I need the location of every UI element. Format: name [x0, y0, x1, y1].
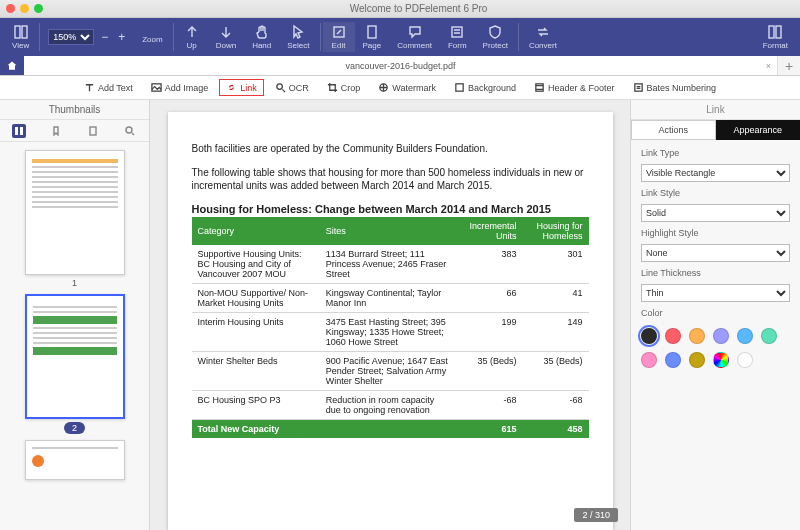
link-type-select[interactable]: Visible Rectangle: [641, 164, 790, 182]
header-footer-label: Header & Footer: [548, 83, 615, 93]
select-button[interactable]: Select: [279, 22, 317, 52]
page-icon: [364, 24, 380, 40]
window-minimize[interactable]: [20, 4, 29, 13]
bates-button[interactable]: Bates Numbering: [626, 79, 724, 96]
thumbnails-tab-search[interactable]: [123, 124, 137, 138]
zoom-in[interactable]: +: [115, 30, 128, 44]
zoom-out[interactable]: −: [98, 30, 111, 44]
crop-button[interactable]: Crop: [320, 79, 368, 96]
page-button[interactable]: Page: [355, 22, 390, 52]
color-swatch[interactable]: [641, 328, 657, 344]
watermark-icon: [378, 82, 389, 93]
color-swatch[interactable]: [713, 328, 729, 344]
form-button[interactable]: Form: [440, 22, 475, 52]
bates-label: Bates Numbering: [647, 83, 717, 93]
svg-rect-10: [456, 84, 463, 91]
color-swatch[interactable]: [665, 328, 681, 344]
comment-button[interactable]: Comment: [389, 22, 440, 52]
color-swatch[interactable]: [737, 328, 753, 344]
color-label: Color: [641, 308, 790, 318]
page-indicator: 2 / 310: [574, 508, 618, 522]
table-title: Housing for Homeless: Change between Mar…: [192, 203, 589, 215]
protect-button[interactable]: Protect: [475, 22, 516, 52]
color-swatch[interactable]: [665, 352, 681, 368]
table-row: Non-MOU Supportive/ Non-Market Housing U…: [192, 283, 589, 312]
thumbnails-tab-attachments[interactable]: [86, 124, 100, 138]
color-swatch[interactable]: [713, 352, 729, 368]
watermark-button[interactable]: Watermark: [371, 79, 443, 96]
thickness-select[interactable]: Thin: [641, 284, 790, 302]
thumbnail-list[interactable]: 1 2: [0, 142, 149, 530]
format-button[interactable]: Format: [755, 22, 796, 52]
down-button[interactable]: Down: [208, 22, 244, 52]
image-icon: [151, 82, 162, 93]
th-incremental: Incremental Units: [457, 217, 523, 245]
link-style-select[interactable]: Solid: [641, 204, 790, 222]
thumbnail-1[interactable]: 1: [25, 150, 125, 288]
highlight-select[interactable]: None: [641, 244, 790, 262]
svg-rect-0: [15, 26, 20, 38]
color-swatch[interactable]: [761, 328, 777, 344]
link-icon: [226, 82, 237, 93]
thumbnails-tab-bookmarks[interactable]: [49, 124, 63, 138]
form-label: Form: [448, 41, 467, 50]
window-maximize[interactable]: [34, 4, 43, 13]
hand-label: Hand: [252, 41, 271, 50]
convert-button[interactable]: Convert: [521, 22, 565, 52]
select-icon: [290, 24, 306, 40]
arrow-up-icon: [184, 24, 200, 40]
window-close[interactable]: [6, 4, 15, 13]
tab-close[interactable]: ×: [766, 61, 771, 71]
zoom-select[interactable]: 150%: [48, 29, 94, 45]
hand-icon: [254, 24, 270, 40]
svg-rect-1: [22, 26, 27, 38]
view-label: View: [12, 41, 29, 50]
th-category: Category: [192, 217, 320, 245]
svg-rect-3: [368, 26, 376, 38]
tab-appearance[interactable]: Appearance: [716, 120, 801, 140]
header-footer-icon: [534, 82, 545, 93]
link-label: Link: [240, 83, 257, 93]
attachment-icon: [88, 126, 98, 136]
svg-rect-5: [769, 26, 774, 38]
zoom-control: 150% − +: [42, 29, 134, 45]
link-button[interactable]: Link: [219, 79, 264, 96]
tab-add[interactable]: +: [778, 56, 800, 75]
ocr-button[interactable]: OCR: [268, 79, 316, 96]
document-tab[interactable]: vancouver-2016-budget.pdf ×: [24, 56, 778, 75]
svg-rect-12: [634, 84, 641, 91]
thumbnail-3[interactable]: [25, 440, 125, 480]
edit-button[interactable]: Edit: [323, 22, 355, 52]
app-title: Welcome to PDFelement 6 Pro: [43, 3, 794, 14]
add-text-label: Add Text: [98, 83, 133, 93]
background-icon: [454, 82, 465, 93]
header-footer-button[interactable]: Header & Footer: [527, 79, 622, 96]
home-button[interactable]: [0, 56, 24, 75]
color-swatch[interactable]: [641, 352, 657, 368]
add-image-button[interactable]: Add Image: [144, 79, 216, 96]
format-label: Format: [763, 41, 788, 50]
thickness-label: Line Thickness: [641, 268, 790, 278]
format-icon: [767, 24, 783, 40]
color-swatch[interactable]: [689, 352, 705, 368]
background-button[interactable]: Background: [447, 79, 523, 96]
svg-rect-6: [776, 26, 781, 38]
thumbnail-2[interactable]: 2: [25, 294, 125, 434]
thumbnails-tabs: [0, 120, 149, 142]
select-label: Select: [287, 41, 309, 50]
tab-actions[interactable]: Actions: [631, 120, 716, 140]
home-icon: [6, 60, 18, 72]
thumbnails-tab-pages[interactable]: [12, 124, 26, 138]
thumbnail-2-label: 2: [64, 422, 85, 434]
color-swatch[interactable]: [737, 352, 753, 368]
up-button[interactable]: Up: [176, 22, 208, 52]
paragraph-2: The following table shows that housing f…: [192, 166, 589, 193]
hand-button[interactable]: Hand: [244, 22, 279, 52]
svg-rect-4: [452, 27, 462, 37]
add-text-button[interactable]: Add Text: [77, 79, 140, 96]
color-swatch[interactable]: [689, 328, 705, 344]
view-button[interactable]: View: [4, 22, 37, 52]
svg-point-8: [277, 84, 283, 90]
panel-title: Link: [631, 100, 800, 120]
document-canvas[interactable]: Both facilities are operated by the Comm…: [150, 100, 630, 530]
